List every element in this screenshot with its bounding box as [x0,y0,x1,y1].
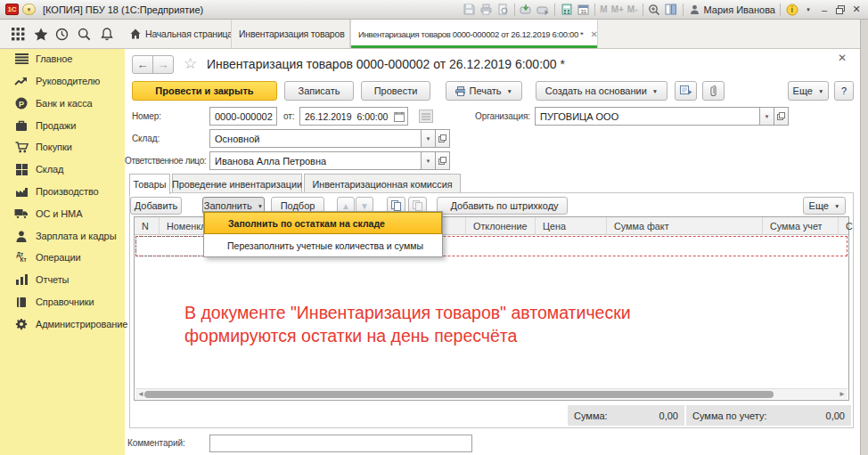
col-price[interactable]: Цена [536,217,607,235]
list-choice-icon[interactable] [419,110,433,123]
warehouse-field[interactable]: Основной [209,129,422,148]
responsible-field[interactable]: Иванова Алла Петровна [209,151,422,170]
forward-button[interactable]: → [152,55,174,74]
main-menu-lines-icon [14,52,29,66]
organization-open-icon[interactable] [774,107,789,126]
scroll-right-icon[interactable]: ► [839,390,846,398]
sidebar-item-reports[interactable]: Отчеты [0,269,125,290]
calculator-icon[interactable] [560,3,573,16]
info-icon[interactable]: i [785,3,798,16]
split-window-icon[interactable] [665,3,678,16]
col-sum-fact[interactable]: Сумма факт [607,217,763,235]
responsible-dropdown-icon[interactable]: ▼ [421,151,436,170]
post-button[interactable]: Провести [361,81,430,101]
grid-more-button[interactable]: Еще▼ [803,197,846,215]
post-and-close-button[interactable]: Провести и закрыть [132,81,277,101]
favorite-star-icon[interactable]: ☆ [184,54,197,73]
menu-item-fill-by-stock[interactable]: Заполнить по остаткам на складе [204,212,442,234]
tab-inventory-commission[interactable]: Инвентаризационная комиссия [304,174,461,193]
sidebar-item-warehouse[interactable]: Склад [0,158,125,180]
service-menu-icon[interactable] [12,28,25,41]
date-field[interactable]: 26.12.2019 6:00:00 [299,107,408,126]
calendar-icon[interactable]: 31 [577,3,590,16]
restore-button[interactable] [834,4,847,16]
cart-icon [14,140,29,154]
related-documents-button[interactable] [675,81,697,101]
sidebar-item-purchases[interactable]: Покупки [0,136,125,158]
create-based-on-button[interactable]: Создать на основании▼ [536,81,667,101]
tab-close-icon[interactable]: ✕ [590,29,597,39]
sidebar-item-fixed-assets[interactable]: ОС и НМА [0,203,125,224]
search-icon[interactable] [78,28,91,41]
tab-inventory-doc[interactable]: Инвентаризация товаров 0000-000002 от 26… [350,20,598,48]
tab-inventory-list[interactable]: Инвентаризация товаров ✕ [232,20,350,48]
col-sum-acc[interactable]: Сумма учет [763,217,839,235]
sidebar-item-hr[interactable]: Зарплата и кадры [0,225,125,247]
send-file-icon[interactable] [536,3,550,16]
print-icon[interactable] [479,3,493,16]
sidebar-item-operations[interactable]: ДтКтОперации [0,247,125,268]
main-menu-button[interactable]: ▼ [22,4,36,15]
tab-goods[interactable]: Товары [129,174,170,194]
organization-dropdown-icon[interactable]: ▼ [759,107,774,126]
warehouse-dropdown-icon[interactable]: ▼ [421,129,436,148]
number-label: Номер: [132,111,161,121]
svg-text:Р: Р [19,100,24,109]
warehouse-open-icon[interactable] [435,129,450,148]
attachments-button[interactable] [702,81,725,101]
responsible-label: Ответственное лицо: [125,156,206,166]
more-button[interactable]: Еще▼ [788,81,829,101]
zoom-icon[interactable] [648,3,661,16]
horizontal-scrollbar[interactable]: ◄ ► [135,388,848,399]
sidebar-item-main[interactable]: Главное [0,48,125,69]
memory-mplus-button[interactable]: M+ [611,4,624,14]
preview-icon[interactable] [496,3,510,16]
sidebar-item-production[interactable]: Производство [0,181,125,202]
minimize-button[interactable]: – [818,4,831,16]
sidebar-item-sales[interactable]: Продажи [0,115,125,136]
sidebar-item-administration[interactable]: Администрирование [0,313,125,335]
menu-item-refill-quantities[interactable]: Перезаполнить учетные количества и суммы [204,234,442,256]
col-deviation[interactable]: Отклонение [466,217,536,235]
organization-field[interactable]: ПУГОВИЦА ООО [535,107,760,126]
tab-home[interactable]: Начальная страница [125,20,232,48]
number-field[interactable]: 0000-000002 [209,107,277,126]
comment-field[interactable] [209,435,472,452]
help-button[interactable]: ? [834,81,854,101]
back-button[interactable]: ← [132,55,153,74]
add-by-barcode-button[interactable]: Добавить по штрихкоду [437,197,568,215]
form-close-icon[interactable]: ✕ [838,52,847,64]
trend-icon [14,74,29,88]
bar-chart-icon [14,272,29,287]
responsible-open-icon[interactable] [435,151,450,170]
close-button[interactable]: ✕ [850,4,863,16]
tab-inventory-carrying[interactable]: Проведение инвентаризации [172,174,302,193]
save-icon[interactable] [463,3,476,16]
current-user[interactable]: Мария Иванова [688,3,775,16]
add-row-button[interactable]: Добавить [130,197,182,215]
save-button[interactable]: Записать [284,81,354,101]
active-cell[interactable] [135,236,211,256]
memory-mminus-button[interactable]: M- [627,4,638,14]
col-number[interactable]: N [135,217,160,235]
memory-m-button[interactable]: M [600,4,607,14]
notifications-icon[interactable] [100,28,113,41]
compare-files-icon[interactable] [520,3,533,16]
col-next[interactable]: С [839,217,853,235]
window-title: [КОПИЯ] ПБУ 18 (1С:Предприятие) [43,4,203,15]
print-button[interactable]: Печать▼ [446,81,522,101]
history-icon[interactable] [55,28,69,41]
window-titlebar: 1С ▼ [КОПИЯ] ПБУ 18 (1С:Предприятие) 31 … [0,0,868,20]
favorites-icon[interactable] [34,28,47,41]
scrollbar-thumb[interactable] [144,391,774,398]
main-tabbar: Начальная страница Инвентаризация товаро… [0,20,868,49]
total-sum-acc: Сумма по учету: 0,00 [686,405,851,426]
sidebar-item-references[interactable]: Справочники [0,291,125,313]
calendar-picker-icon[interactable] [394,111,405,122]
app-logo-icon: 1С [5,4,19,15]
app-window: { "titlebar": { "title": "[КОПИЯ] ПБУ 18… [0,0,868,455]
titlebar-caret-icon[interactable]: ▼ [802,4,815,16]
sidebar-item-manager[interactable]: Руководителю [0,70,125,92]
sidebar-item-bank[interactable]: РБанк и касса [0,93,125,114]
scroll-left-icon[interactable]: ◄ [137,390,144,398]
